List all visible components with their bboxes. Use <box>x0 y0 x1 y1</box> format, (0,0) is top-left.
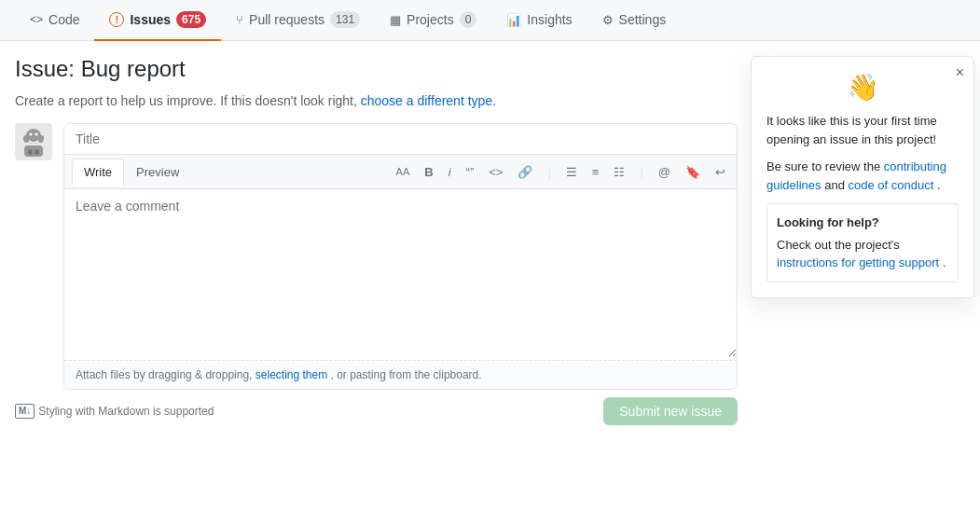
tab-settings-label: Settings <box>619 12 667 27</box>
link-tool[interactable]: 🔗 <box>514 163 536 181</box>
markdown-hint: M↓ Styling with Markdown is supported <box>15 404 214 419</box>
quote-tool[interactable]: “” <box>462 163 478 181</box>
issues-badge: 675 <box>176 11 206 28</box>
tab-code[interactable]: <> Code <box>15 1 94 40</box>
issues-icon: ! <box>109 12 124 27</box>
page-title: Issue: Bug report <box>15 56 738 82</box>
svg-rect-8 <box>35 149 39 155</box>
tab-projects[interactable]: ▦ Projects 0 <box>375 0 491 41</box>
attach-area: Attach files by dragging & dropping, sel… <box>64 360 737 389</box>
projects-badge: 0 <box>460 11 477 28</box>
tab-issues-label: Issues <box>130 12 171 27</box>
subtitle-text: Create a report to help us improve. If t… <box>15 93 357 108</box>
guide-suffix: . <box>937 178 941 192</box>
change-type-link[interactable]: choose a different type. <box>361 93 496 108</box>
reply-tool[interactable]: ↩ <box>711 163 729 181</box>
getting-support-link[interactable]: instructions for getting support <box>777 256 939 269</box>
attach-text-suffix: , or pasting from the clipboard. <box>331 368 482 381</box>
tooltip-intro-text: It looks like this is your first time op… <box>766 112 959 148</box>
editor-toolbar: Write Preview AA B i “” <> 🔗 | ☰ ≡ ☷ <box>64 155 737 189</box>
title-input[interactable] <box>64 124 737 155</box>
svg-rect-6 <box>24 145 43 157</box>
tab-insights[interactable]: 📊 Insights <box>491 1 587 40</box>
issue-form: Write Preview AA B i “” <> 🔗 | ☰ ≡ ☷ <box>63 123 738 390</box>
tooltip-close-button[interactable]: × <box>956 64 964 81</box>
tab-projects-label: Projects <box>407 12 454 27</box>
markdown-icon: M↓ <box>15 404 35 419</box>
help-suffix: . <box>943 256 946 269</box>
issue-form-row: Write Preview AA B i “” <> 🔗 | ☰ ≡ ☷ <box>15 123 738 390</box>
svg-point-2 <box>30 133 33 136</box>
editor-tab-group: Write Preview <box>72 159 191 185</box>
task-list-tool[interactable]: ☷ <box>610 163 628 181</box>
wave-emoji: 👋 <box>766 72 959 103</box>
insights-icon: 📊 <box>506 13 521 27</box>
help-text: Check out the project's <box>777 238 900 252</box>
markdown-hint-text: Styling with Markdown is supported <box>38 405 214 418</box>
reference-tool[interactable]: 🔖 <box>682 163 704 181</box>
tab-settings[interactable]: ⚙ Settings <box>587 1 682 40</box>
form-footer: M↓ Styling with Markdown is supported Su… <box>15 397 738 425</box>
code-icon: <> <box>30 13 43 26</box>
comment-textarea[interactable] <box>64 189 737 357</box>
avatar <box>15 123 52 160</box>
guide-prefix: Be sure to review the <box>766 159 880 173</box>
pull-request-icon: ⑂ <box>236 13 243 27</box>
help-box: Looking for help? Check out the project'… <box>766 203 959 283</box>
mention-tool[interactable]: @ <box>655 163 674 181</box>
welcome-tooltip: × 👋 It looks like this is your first tim… <box>751 56 974 298</box>
guide-between: and <box>824 178 845 192</box>
unordered-list-tool[interactable]: ☰ <box>562 163 581 181</box>
italic-tool[interactable]: i <box>445 163 455 181</box>
right-column: Assignees ⚙ No one—assign yourself Label… <box>760 56 965 425</box>
tooltip-guide-text: Be sure to review the contributing guide… <box>766 158 959 194</box>
code-tool[interactable]: <> <box>485 163 506 181</box>
main-container: Issue: Bug report Create a report to hel… <box>0 41 980 440</box>
submit-button[interactable]: Submit new issue <box>603 397 738 425</box>
help-title: Looking for help? <box>777 214 948 232</box>
ordered-list-tool[interactable]: ≡ <box>588 163 603 181</box>
pr-badge: 131 <box>330 11 360 28</box>
tab-pr-label: Pull requests <box>249 12 324 27</box>
nav-tabs: <> Code ! Issues 675 ⑂ Pull requests 131… <box>0 0 980 41</box>
select-files-link[interactable]: selecting them <box>255 368 327 381</box>
svg-rect-7 <box>28 149 33 155</box>
tab-code-label: Code <box>48 12 79 27</box>
write-tab[interactable]: Write <box>72 159 124 186</box>
projects-icon: ▦ <box>390 13 401 27</box>
tab-pull-requests[interactable]: ⑂ Pull requests 131 <box>221 0 375 41</box>
svg-point-3 <box>35 133 38 136</box>
divider1: | <box>544 163 554 181</box>
left-column: Issue: Bug report Create a report to hel… <box>15 56 738 425</box>
divider2: | <box>636 163 646 181</box>
page-subtitle: Create a report to help us improve. If t… <box>15 93 738 108</box>
code-of-conduct-link[interactable]: code of conduct <box>849 178 934 192</box>
tab-insights-label: Insights <box>527 12 572 27</box>
preview-tab[interactable]: Preview <box>124 159 191 186</box>
editor-tools: AA B i “” <> 🔗 | ☰ ≡ ☷ | @ 🔖 ↩ <box>393 163 729 181</box>
tooltip-body: It looks like this is your first time op… <box>766 112 959 194</box>
tab-issues[interactable]: ! Issues 675 <box>94 0 221 41</box>
bold-tool[interactable]: B <box>421 163 436 181</box>
attach-text-prefix: Attach files by dragging & dropping, <box>76 368 252 381</box>
settings-icon: ⚙ <box>602 13 614 27</box>
text-size-tool[interactable]: AA <box>393 164 414 179</box>
